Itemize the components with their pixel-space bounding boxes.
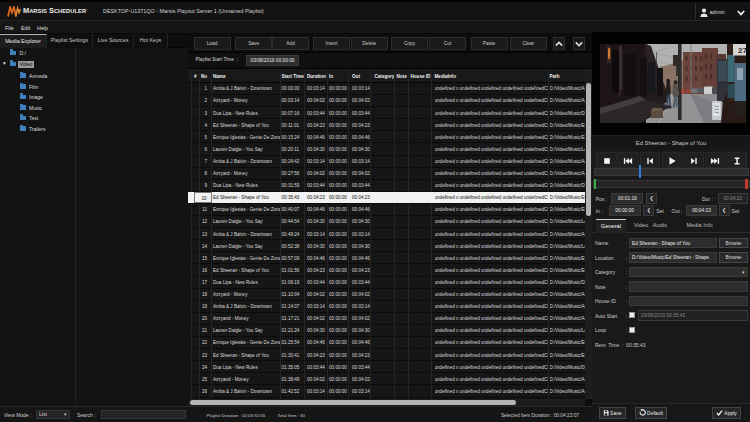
svg-text:27: 27 bbox=[738, 46, 746, 55]
